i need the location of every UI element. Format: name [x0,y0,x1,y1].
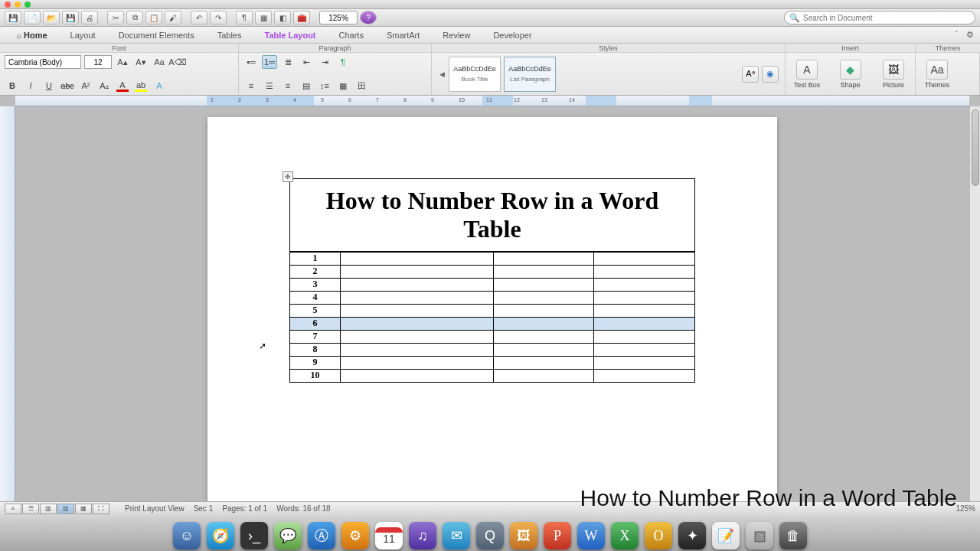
table-cell[interactable] [594,278,695,291]
sidebar-button[interactable]: ◧ [274,11,291,24]
insert-picture-button[interactable]: 🖼Picture [877,60,910,89]
dock-calendar-icon[interactable]: JUL11 [375,522,403,549]
tab-layout[interactable]: Layout [64,28,102,43]
table-cell[interactable] [493,304,594,317]
view-notebook-button[interactable]: ▦ [75,504,92,514]
scrollbar-thumb[interactable] [972,109,979,186]
clear-formatting-button[interactable]: A⌫ [170,55,185,69]
tab-review[interactable]: Review [436,28,476,43]
dock-word-icon[interactable]: W [577,522,605,549]
styles-manager-button[interactable]: ◉ [762,66,779,83]
table-cell[interactable] [340,356,493,369]
dock-quicktime-icon[interactable]: Q [476,522,504,549]
table-row[interactable]: 2 [290,265,695,278]
view-draft-button[interactable]: ≡ [5,504,21,514]
row-number-cell[interactable]: 4 [290,291,341,304]
table-cell[interactable] [493,343,594,356]
dock-finder-icon[interactable]: ☺ [173,522,201,549]
save-as-button[interactable]: 💾 [62,11,79,24]
justify-button[interactable]: ▤ [299,79,314,93]
dock-outlook-icon[interactable]: O [645,522,672,549]
row-number-cell[interactable]: 6 [290,317,341,330]
row-number-cell[interactable]: 2 [290,265,341,278]
table-row[interactable]: 1 [290,252,695,265]
paste-button[interactable]: 📋 [145,11,162,24]
subscript-button[interactable]: A₂ [96,79,112,93]
table-move-handle-icon[interactable]: ✥ [283,171,293,182]
search-box[interactable]: 🔍 [784,11,975,24]
table-cell[interactable] [493,252,594,265]
grow-font-button[interactable]: A▴ [115,55,130,69]
align-center-button[interactable]: ☰ [262,79,277,93]
underline-button[interactable]: U [41,79,57,93]
table-cell[interactable] [594,369,695,382]
new-doc-button[interactable]: 📄 [24,11,41,24]
ribbon-settings-icon[interactable]: ⚙ [966,30,974,40]
italic-button[interactable]: I [23,79,38,93]
tab-charts[interactable]: Charts [333,28,370,43]
table-cell[interactable] [493,356,594,369]
tab-developer[interactable]: Developer [487,28,537,43]
view-publishing-button[interactable]: ▥ [40,504,57,514]
dock-terminal-icon[interactable]: ›_ [240,522,268,549]
table-cell[interactable] [594,356,695,369]
close-window-icon[interactable] [5,2,11,8]
strikethrough-button[interactable]: abc [60,79,75,93]
table-cell[interactable] [493,278,594,291]
table-cell[interactable] [594,304,695,317]
search-input[interactable] [803,14,970,22]
table-cell[interactable] [340,291,493,304]
table-row[interactable]: 8 [290,343,695,356]
view-print-layout-button[interactable]: ▤ [57,504,74,514]
styles-prev-button[interactable]: ◀ [436,70,447,78]
bold-button[interactable]: B [5,79,20,93]
dock-itunes-icon[interactable]: ♫ [409,522,436,549]
dock-imovie-icon[interactable]: ✦ [678,522,706,549]
line-spacing-button[interactable]: ↕≡ [317,79,332,93]
table-row[interactable]: 6 [290,317,695,330]
print-button[interactable]: 🖨 [81,11,98,24]
insert-textbox-button[interactable]: AText Box [790,60,824,89]
document-table[interactable]: ✥ How to Number Row in a Word Table 1234… [289,178,695,383]
status-pages[interactable]: Pages: 1 of 1 [222,504,267,513]
superscript-button[interactable]: A² [78,79,93,93]
table-cell[interactable] [340,369,493,382]
table-cell[interactable] [340,265,493,278]
highlight-button[interactable]: ab [133,79,149,93]
tab-smartart[interactable]: SmartArt [381,28,426,43]
borders-button[interactable]: 田 [354,79,369,93]
table-cell[interactable] [340,343,493,356]
change-case-button[interactable]: Aa [152,55,167,69]
tab-document-elements[interactable]: Document Elements [113,28,201,43]
table-row[interactable]: 4 [290,291,695,304]
style-book-title[interactable]: AaBbCcDdEe Book Title [449,57,501,92]
row-number-cell[interactable]: 1 [290,252,341,265]
view-outline-button[interactable]: ☰ [22,504,39,514]
decrease-indent-button[interactable]: ⇤ [299,55,314,69]
insert-shape-button[interactable]: ◆Shape [834,60,867,89]
tab-home[interactable]: ⌂Home [11,28,54,43]
dock-textedit-icon[interactable]: 📝 [712,522,740,549]
table-cell[interactable] [594,265,695,278]
row-number-cell[interactable]: 5 [290,304,341,317]
open-button[interactable]: 📂 [43,11,60,24]
styles-pane-button[interactable]: Aᵃ [742,66,759,83]
dock-generic-icon[interactable]: ▧ [746,522,773,549]
status-words[interactable]: Words: 16 of 18 [276,504,330,513]
table-row[interactable]: 5 [290,304,695,317]
redo-button[interactable]: ↷ [210,11,227,24]
table-row[interactable]: 9 [290,356,695,369]
horizontal-ruler[interactable]: 1234567891011121314 [15,96,969,106]
zoom-select[interactable]: 125% [319,11,358,24]
align-right-button[interactable]: ≡ [280,79,296,93]
tab-tables[interactable]: Tables [211,28,248,43]
text-effects-button[interactable]: A [152,79,167,93]
dock-messages-icon[interactable]: 💬 [274,522,302,549]
table-cell[interactable] [493,317,594,330]
toolbox-button[interactable]: 🧰 [293,11,310,24]
zoom-window-icon[interactable] [24,2,31,8]
row-number-cell[interactable]: 8 [290,343,341,356]
table-cell[interactable] [493,291,594,304]
table-cell[interactable] [340,252,493,265]
increase-indent-button[interactable]: ⇥ [317,55,332,69]
